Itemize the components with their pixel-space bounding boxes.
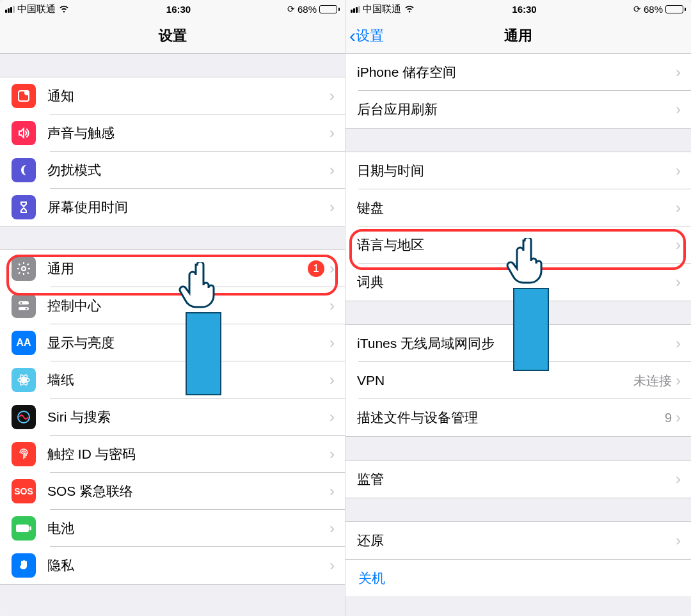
chevron-right-icon: › (676, 199, 681, 217)
row-label: 通用 (47, 260, 308, 278)
svg-rect-12 (16, 525, 29, 532)
row-datetime[interactable]: 日期与时间 › (346, 152, 691, 189)
general-group-3: iTunes 无线局域网同步 › VPN 未连接 › 描述文件与设备管理 9 › (346, 324, 691, 437)
row-supervision[interactable]: 监管 › (346, 461, 691, 498)
battery-percent: 68% (298, 4, 317, 15)
sos-icon: SOS (12, 479, 36, 503)
row-label: 键盘 (357, 199, 676, 217)
chevron-right-icon: › (330, 198, 335, 216)
row-label: 墙纸 (47, 371, 330, 389)
row-dnd[interactable]: 勿扰模式 › (0, 152, 345, 189)
status-bar: 中国联通 16:30 ⟳ 68% (0, 0, 345, 18)
chevron-right-icon: › (330, 124, 335, 142)
row-privacy[interactable]: 隐私 › (0, 547, 345, 584)
back-button[interactable]: ‹ 设置 (349, 26, 384, 45)
svg-rect-13 (29, 526, 31, 530)
notification-icon (12, 84, 36, 108)
page-title: 设置 (159, 26, 187, 45)
gear-icon (12, 257, 36, 281)
row-control-center[interactable]: 控制中心 › (0, 287, 345, 324)
row-shutdown[interactable]: 关机 (346, 559, 691, 596)
chevron-right-icon: › (330, 519, 335, 537)
chevron-right-icon: › (330, 161, 335, 179)
chevron-right-icon: › (676, 335, 681, 352)
row-label: 语言与地区 (357, 236, 676, 254)
svg-point-6 (26, 308, 28, 310)
siri-icon (12, 405, 36, 429)
row-battery[interactable]: 电池 › (0, 510, 345, 547)
row-itunes-sync[interactable]: iTunes 无线局域网同步 › (346, 325, 691, 362)
chevron-right-icon: › (676, 236, 681, 254)
shutdown-label: 关机 (358, 569, 678, 587)
flower-icon (12, 368, 36, 392)
row-label: 监管 (357, 470, 676, 488)
row-reset[interactable]: 还原 › (346, 522, 691, 559)
row-detail: 未连接 (633, 372, 672, 390)
row-background-refresh[interactable]: 后台应用刷新 › (346, 91, 691, 128)
row-label: iPhone 储存空间 (357, 63, 676, 81)
signal-icon (351, 6, 360, 13)
row-general[interactable]: 通用 1 › (0, 250, 345, 287)
row-display[interactable]: AA 显示与亮度 › (0, 324, 345, 361)
svg-point-2 (22, 267, 26, 271)
row-label: 后台应用刷新 (357, 100, 676, 118)
row-notifications[interactable]: 通知 › (0, 77, 345, 115)
chevron-right-icon: › (330, 260, 335, 278)
svg-rect-3 (19, 301, 29, 304)
hand-icon (12, 553, 36, 578)
general-group-4: 监管 › (346, 460, 691, 498)
carrier-label: 中国联通 (363, 3, 401, 15)
row-label: SOS 紧急联络 (47, 482, 330, 500)
hourglass-icon (12, 195, 36, 219)
wifi-icon (404, 4, 415, 15)
row-label: 显示与亮度 (47, 334, 330, 352)
row-label: 通知 (47, 87, 330, 105)
chevron-right-icon: › (330, 445, 335, 463)
nav-header: 设置 (0, 18, 345, 54)
row-screentime[interactable]: 屏幕使用时间 › (0, 189, 345, 226)
row-label: VPN (357, 373, 633, 388)
sound-icon (12, 121, 36, 145)
settings-group-1: 通知 › 声音与触感 › 勿扰模式 › 屏幕使用时间 › (0, 77, 345, 226)
notification-badge: 1 (308, 260, 324, 277)
row-dictionary[interactable]: 词典 › (346, 264, 691, 301)
signal-icon (5, 6, 15, 13)
nav-header: ‹ 设置 通用 (346, 18, 691, 54)
general-group-2: 日期与时间 › 键盘 › 语言与地区 › 词典 › (346, 152, 691, 301)
svg-point-1 (24, 90, 29, 95)
general-screen: 中国联通 16:30 ⟳ 68% ‹ 设置 通用 iPhone 储存空间 › 后… (346, 0, 691, 616)
switches-icon (12, 294, 36, 318)
orientation-lock-icon: ⟳ (287, 4, 295, 14)
chevron-right-icon: › (676, 273, 681, 291)
row-label: 描述文件与设备管理 (357, 409, 665, 427)
chevron-right-icon: › (330, 297, 335, 315)
status-bar: 中国联通 16:30 ⟳ 68% (346, 0, 691, 18)
chevron-right-icon: › (676, 409, 681, 427)
row-profiles[interactable]: 描述文件与设备管理 9 › (346, 399, 691, 436)
row-label: 隐私 (47, 557, 330, 574)
chevron-right-icon: › (330, 557, 335, 574)
row-language-region[interactable]: 语言与地区 › (346, 226, 691, 264)
row-label: 还原 (357, 532, 676, 549)
row-siri[interactable]: Siri 与搜索 › (0, 399, 345, 436)
row-label: Siri 与搜索 (47, 408, 330, 426)
back-label: 设置 (356, 26, 384, 45)
row-sos[interactable]: SOS SOS 紧急联络 › (0, 473, 345, 510)
row-keyboard[interactable]: 键盘 › (346, 189, 691, 226)
chevron-right-icon: › (330, 482, 335, 500)
battery-icon (319, 5, 340, 13)
chevron-right-icon: › (676, 372, 681, 390)
chevron-right-icon: › (330, 371, 335, 389)
row-label: 电池 (47, 519, 330, 537)
row-storage[interactable]: iPhone 储存空间 › (346, 54, 691, 91)
chevron-right-icon: › (330, 334, 335, 352)
row-vpn[interactable]: VPN 未连接 › (346, 362, 691, 399)
status-time: 16:30 (166, 4, 191, 15)
moon-icon (12, 158, 36, 182)
row-label: 触控 ID 与密码 (47, 445, 330, 463)
row-detail: 9 (665, 411, 672, 425)
row-sounds[interactable]: 声音与触感 › (0, 115, 345, 152)
chevron-right-icon: › (330, 87, 335, 105)
row-wallpaper[interactable]: 墙纸 › (0, 361, 345, 399)
row-touchid[interactable]: 触控 ID 与密码 › (0, 436, 345, 473)
